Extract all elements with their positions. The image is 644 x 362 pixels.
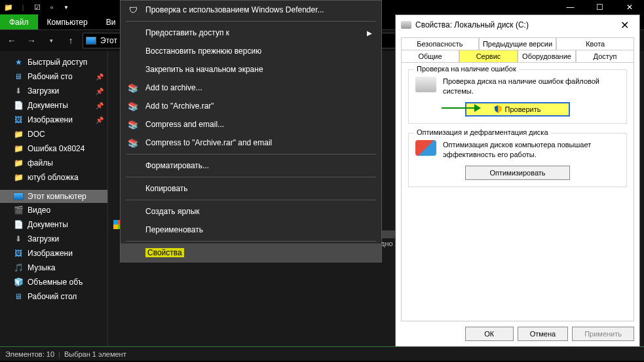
qat-sep: | (17, 1, 29, 13)
menu-item-label: Форматировать... (145, 161, 209, 170)
menu-item[interactable]: 📚Compress and email... (121, 115, 381, 134)
pin-icon: 📌 (96, 102, 104, 109)
sidebar-item[interactable]: 🖥Рабочий стол (0, 289, 107, 304)
sidebar-item[interactable]: 📄Документы (0, 217, 107, 232)
properties-icon[interactable]: ☑ (31, 1, 43, 13)
close-button[interactable]: ✕ (615, 0, 644, 14)
menu-item[interactable]: 📚Add to "Archive.rar" (121, 97, 381, 115)
sidebar-item[interactable]: 🧊Объемные объ (0, 275, 107, 289)
menu-item[interactable]: 🛡Проверка с использованием Windows Defen… (121, 1, 381, 19)
menu-item[interactable]: Предоставить доступ к▶ (121, 24, 381, 42)
sidebar-item[interactable]: 📁файлы (0, 156, 107, 170)
cancel-button[interactable]: Отмена (518, 327, 568, 341)
back-button[interactable]: ← (4, 33, 20, 48)
menu-item-label: Add to "Archive.rar" (145, 101, 214, 111)
sidebar-item-label: Изображени (28, 115, 73, 124)
quick-access-label: Быстрый доступ (28, 58, 87, 67)
optimize-group: Оптимизация и дефрагментация диска Оптим… (408, 133, 627, 187)
menu-item-label: Compress and email... (145, 120, 224, 129)
nav-pane[interactable]: ★ Быстрый доступ 🖥Рабочий сто📌⬇Загрузки📌… (0, 51, 108, 346)
menu-item[interactable]: 📚Add to archive... (121, 79, 381, 97)
star-icon: ★ (13, 57, 24, 67)
dialog-titlebar[interactable]: Свойства: Локальный диск (C:) ✕ (396, 15, 639, 35)
menu-item[interactable]: Форматировать... (121, 156, 381, 175)
status-sep: | (58, 350, 60, 358)
folder-icon: 🖥 (13, 291, 24, 302)
pin-icon: 📌 (96, 88, 104, 95)
folder-icon: 🎵 (13, 262, 24, 273)
drive-icon (401, 21, 411, 29)
folder-icon: 🖥 (13, 71, 24, 82)
tab-general[interactable]: Общие (401, 50, 459, 62)
sidebar-item[interactable]: 🖥Рабочий сто📌 (0, 69, 107, 84)
menu-item-label: Закрепить на начальном экране (145, 65, 263, 74)
folder-icon: 🎬 (13, 205, 24, 215)
history-dropdown[interactable]: ▾ (43, 33, 59, 48)
sidebar-item-label: Документы (28, 101, 68, 110)
up-button[interactable]: ↑ (63, 33, 79, 48)
menu-item[interactable]: Переименовать (121, 221, 381, 239)
tab-computer[interactable]: Компьютер (38, 14, 97, 29)
menu-item-icon (127, 63, 139, 75)
shield-icon (494, 105, 502, 113)
menu-item[interactable]: Закрепить на начальном экране (121, 60, 381, 79)
group-title: Оптимизация и дефрагментация диска (414, 128, 551, 136)
sidebar-item[interactable]: 🎬Видео (0, 203, 107, 217)
maximize-button[interactable]: ☐ (585, 0, 615, 14)
sidebar-item[interactable]: 🖼Изображени📌 (0, 113, 107, 127)
dialog-title: Свойства: Локальный диск (C:) (415, 20, 529, 29)
newfolder-icon[interactable]: ▫ (46, 1, 58, 13)
minimize-button[interactable]: — (556, 0, 585, 14)
apply-button[interactable]: Применить (572, 327, 634, 341)
menu-item[interactable]: 📚Compress to "Archive.rar" and email (121, 134, 381, 152)
tab-sharing[interactable]: Доступ (576, 50, 634, 62)
menu-item-label: Предоставить доступ к (145, 28, 229, 37)
sidebar-item-label: Загрузки (28, 86, 59, 96)
sidebar-item[interactable]: 📁Ошибка 0x8024 (0, 141, 107, 156)
tab-hardware[interactable]: Оборудование (518, 50, 576, 62)
folder-icon: 🖼 (13, 248, 24, 259)
tab-panel-tools: Проверка на наличие ошибок Проверка диск… (401, 62, 634, 321)
optimize-icon (415, 140, 436, 156)
menu-item[interactable]: Копировать (121, 179, 381, 198)
menu-separator (126, 200, 376, 200)
menu-item-icon (127, 206, 139, 217)
tab-previous[interactable]: Предыдущие версии (479, 37, 557, 50)
menu-item-label: Переименовать (145, 225, 203, 234)
thispc-label: Этот компьютер (28, 192, 86, 201)
tab-tools[interactable]: Сервис (459, 50, 518, 62)
sidebar-item[interactable]: 📁ютуб обложка (0, 170, 107, 185)
quick-access[interactable]: ★ Быстрый доступ (0, 55, 107, 69)
check-button[interactable]: Проверить (465, 102, 570, 117)
menu-item-icon: 📚 (127, 82, 139, 94)
sidebar-item[interactable]: ⬇Загрузки (0, 232, 107, 246)
sidebar-item[interactable]: 🖼Изображени (0, 246, 107, 261)
pin-icon: 📌 (96, 73, 104, 81)
optimize-button[interactable]: Оптимизировать (465, 166, 570, 180)
ok-button[interactable]: ОК (465, 327, 514, 341)
folder-icon: 📁 (13, 172, 24, 183)
qat-menu-icon[interactable]: ▼ (60, 1, 72, 13)
tab-file[interactable]: Файл (0, 14, 38, 29)
sidebar-item-label: ютуб обложка (28, 173, 79, 182)
menu-item[interactable]: Восстановить прежнюю версию (121, 42, 381, 60)
sidebar-item[interactable]: 📄Документы📌 (0, 98, 107, 113)
sidebar-item-label: Изображени (28, 249, 73, 258)
forward-button[interactable]: → (24, 33, 39, 48)
menu-item-icon (127, 160, 139, 172)
tab-quota[interactable]: Квота (556, 37, 634, 50)
menu-item[interactable]: Свойства (121, 244, 381, 262)
sidebar-item[interactable]: ⬇Загрузки📌 (0, 84, 107, 98)
menu-item-icon (127, 45, 139, 57)
menu-item-icon: 📚 (127, 118, 139, 130)
thispc-item[interactable]: Этот компьютер (0, 190, 107, 203)
dialog-close-button[interactable]: ✕ (615, 19, 634, 31)
sidebar-item-label: файлы (28, 158, 53, 168)
sidebar-item[interactable]: 📁DOC (0, 127, 107, 141)
sidebar-item[interactable]: 🎵Музыка (0, 261, 107, 275)
menu-item[interactable]: Создать ярлык (121, 202, 381, 221)
status-bar: Элементов: 10 | Выбран 1 элемент (0, 346, 644, 361)
annotation-arrow (442, 105, 481, 111)
group-text: Проверка диска на наличие ошибок файлово… (443, 77, 620, 97)
tab-security[interactable]: Безопасность (401, 37, 479, 50)
